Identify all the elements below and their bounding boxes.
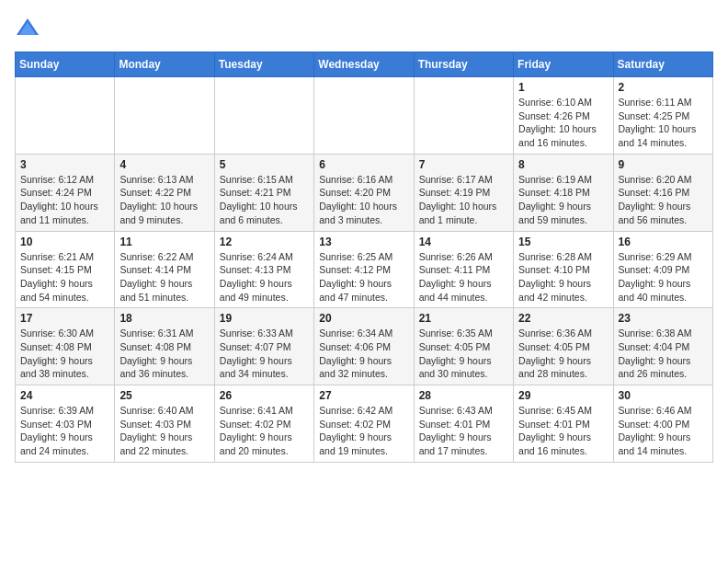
day-number: 13: [319, 236, 408, 248]
calendar-cell: 11Sunrise: 6:22 AM Sunset: 4:14 PM Dayli…: [115, 231, 214, 308]
calendar-header-row: SundayMondayTuesdayWednesdayThursdayFrid…: [16, 52, 713, 77]
calendar-week-2: 3Sunrise: 6:12 AM Sunset: 4:24 PM Daylig…: [16, 154, 713, 231]
calendar-cell: 28Sunrise: 6:43 AM Sunset: 4:01 PM Dayli…: [414, 385, 513, 463]
calendar-cell: [16, 77, 115, 155]
calendar-table: SundayMondayTuesdayWednesdayThursdayFrid…: [15, 52, 713, 463]
day-number: 22: [518, 312, 608, 325]
page-header: [15, 15, 713, 40]
day-number: 11: [119, 236, 209, 248]
calendar-cell: 21Sunrise: 6:35 AM Sunset: 4:05 PM Dayli…: [414, 308, 513, 385]
calendar-cell: 30Sunrise: 6:46 AM Sunset: 4:00 PM Dayli…: [613, 385, 712, 463]
day-number: 9: [619, 158, 708, 171]
day-info: Sunrise: 6:16 AM Sunset: 4:20 PM Dayligh…: [319, 173, 408, 227]
calendar-cell: [314, 77, 414, 155]
day-info: Sunrise: 6:13 AM Sunset: 4:22 PM Dayligh…: [119, 173, 209, 227]
day-info: Sunrise: 6:38 AM Sunset: 4:04 PM Dayligh…: [619, 327, 708, 381]
day-info: Sunrise: 6:46 AM Sunset: 4:00 PM Dayligh…: [619, 404, 708, 458]
calendar-cell: 27Sunrise: 6:42 AM Sunset: 4:02 PM Dayli…: [314, 385, 414, 463]
day-info: Sunrise: 6:22 AM Sunset: 4:14 PM Dayligh…: [119, 250, 209, 304]
calendar-cell: 22Sunrise: 6:36 AM Sunset: 4:05 PM Dayli…: [514, 308, 613, 385]
day-number: 19: [220, 312, 309, 325]
day-info: Sunrise: 6:45 AM Sunset: 4:01 PM Dayligh…: [518, 404, 608, 458]
calendar-cell: 18Sunrise: 6:31 AM Sunset: 4:08 PM Dayli…: [115, 308, 214, 385]
calendar-cell: 23Sunrise: 6:38 AM Sunset: 4:04 PM Dayli…: [613, 308, 712, 385]
calendar-cell: 24Sunrise: 6:39 AM Sunset: 4:03 PM Dayli…: [16, 385, 115, 463]
day-info: Sunrise: 6:41 AM Sunset: 4:02 PM Dayligh…: [220, 404, 309, 458]
day-number: 3: [20, 158, 109, 171]
day-info: Sunrise: 6:24 AM Sunset: 4:13 PM Dayligh…: [220, 250, 309, 304]
calendar-cell: 8Sunrise: 6:19 AM Sunset: 4:18 PM Daylig…: [514, 154, 613, 231]
day-header-tuesday: Tuesday: [214, 52, 313, 77]
day-number: 24: [20, 389, 109, 402]
day-info: Sunrise: 6:29 AM Sunset: 4:09 PM Dayligh…: [619, 250, 708, 304]
calendar-cell: 1Sunrise: 6:10 AM Sunset: 4:26 PM Daylig…: [514, 77, 613, 155]
calendar-cell: [414, 77, 513, 155]
calendar-cell: 6Sunrise: 6:16 AM Sunset: 4:20 PM Daylig…: [314, 154, 414, 231]
day-header-friday: Friday: [514, 52, 613, 77]
day-info: Sunrise: 6:36 AM Sunset: 4:05 PM Dayligh…: [518, 327, 608, 381]
day-number: 30: [619, 389, 708, 402]
day-info: Sunrise: 6:11 AM Sunset: 4:25 PM Dayligh…: [619, 96, 708, 150]
day-header-monday: Monday: [115, 52, 214, 77]
day-number: 8: [518, 158, 608, 171]
calendar-cell: 7Sunrise: 6:17 AM Sunset: 4:19 PM Daylig…: [414, 154, 513, 231]
logo: [15, 15, 44, 40]
calendar-cell: 19Sunrise: 6:33 AM Sunset: 4:07 PM Dayli…: [214, 308, 313, 385]
day-info: Sunrise: 6:40 AM Sunset: 4:03 PM Dayligh…: [119, 404, 209, 458]
day-number: 5: [220, 158, 309, 171]
day-number: 23: [619, 312, 708, 325]
calendar-cell: 12Sunrise: 6:24 AM Sunset: 4:13 PM Dayli…: [214, 231, 313, 308]
day-number: 1: [518, 81, 608, 94]
calendar-cell: 3Sunrise: 6:12 AM Sunset: 4:24 PM Daylig…: [16, 154, 115, 231]
calendar-cell: 17Sunrise: 6:30 AM Sunset: 4:08 PM Dayli…: [16, 308, 115, 385]
calendar-week-1: 1Sunrise: 6:10 AM Sunset: 4:26 PM Daylig…: [16, 77, 713, 155]
day-number: 4: [119, 158, 209, 171]
day-number: 16: [619, 236, 708, 248]
calendar-week-4: 17Sunrise: 6:30 AM Sunset: 4:08 PM Dayli…: [16, 308, 713, 385]
day-number: 29: [518, 389, 608, 402]
day-number: 17: [20, 312, 109, 325]
day-number: 6: [319, 158, 408, 171]
calendar-cell: 20Sunrise: 6:34 AM Sunset: 4:06 PM Dayli…: [314, 308, 414, 385]
day-info: Sunrise: 6:25 AM Sunset: 4:12 PM Dayligh…: [319, 250, 408, 304]
day-info: Sunrise: 6:30 AM Sunset: 4:08 PM Dayligh…: [20, 327, 109, 381]
day-info: Sunrise: 6:17 AM Sunset: 4:19 PM Dayligh…: [419, 173, 508, 227]
day-number: 18: [119, 312, 209, 325]
calendar-cell: 14Sunrise: 6:26 AM Sunset: 4:11 PM Dayli…: [414, 231, 513, 308]
calendar-cell: 29Sunrise: 6:45 AM Sunset: 4:01 PM Dayli…: [514, 385, 613, 463]
day-number: 7: [419, 158, 508, 171]
day-info: Sunrise: 6:31 AM Sunset: 4:08 PM Dayligh…: [119, 327, 209, 381]
day-number: 26: [220, 389, 309, 402]
calendar-cell: 13Sunrise: 6:25 AM Sunset: 4:12 PM Dayli…: [314, 231, 414, 308]
day-info: Sunrise: 6:42 AM Sunset: 4:02 PM Dayligh…: [319, 404, 408, 458]
day-header-saturday: Saturday: [613, 52, 712, 77]
day-info: Sunrise: 6:21 AM Sunset: 4:15 PM Dayligh…: [20, 250, 109, 304]
calendar-cell: [214, 77, 313, 155]
calendar-cell: 16Sunrise: 6:29 AM Sunset: 4:09 PM Dayli…: [613, 231, 712, 308]
calendar-cell: 2Sunrise: 6:11 AM Sunset: 4:25 PM Daylig…: [613, 77, 712, 155]
calendar-cell: 10Sunrise: 6:21 AM Sunset: 4:15 PM Dayli…: [16, 231, 115, 308]
day-number: 14: [419, 236, 508, 248]
day-info: Sunrise: 6:15 AM Sunset: 4:21 PM Dayligh…: [220, 173, 309, 227]
day-info: Sunrise: 6:10 AM Sunset: 4:26 PM Dayligh…: [518, 96, 608, 150]
day-info: Sunrise: 6:34 AM Sunset: 4:06 PM Dayligh…: [319, 327, 408, 381]
day-header-sunday: Sunday: [16, 52, 115, 77]
day-number: 28: [419, 389, 508, 402]
day-info: Sunrise: 6:33 AM Sunset: 4:07 PM Dayligh…: [220, 327, 309, 381]
day-number: 20: [319, 312, 408, 325]
calendar-cell: 15Sunrise: 6:28 AM Sunset: 4:10 PM Dayli…: [514, 231, 613, 308]
day-info: Sunrise: 6:12 AM Sunset: 4:24 PM Dayligh…: [20, 173, 109, 227]
calendar-cell: 25Sunrise: 6:40 AM Sunset: 4:03 PM Dayli…: [115, 385, 214, 463]
day-info: Sunrise: 6:28 AM Sunset: 4:10 PM Dayligh…: [518, 250, 608, 304]
day-number: 27: [319, 389, 408, 402]
day-info: Sunrise: 6:43 AM Sunset: 4:01 PM Dayligh…: [419, 404, 508, 458]
day-number: 12: [220, 236, 309, 248]
calendar-cell: 9Sunrise: 6:20 AM Sunset: 4:16 PM Daylig…: [613, 154, 712, 231]
logo-icon: [15, 15, 40, 40]
calendar-cell: [115, 77, 214, 155]
day-info: Sunrise: 6:26 AM Sunset: 4:11 PM Dayligh…: [419, 250, 508, 304]
day-info: Sunrise: 6:35 AM Sunset: 4:05 PM Dayligh…: [419, 327, 508, 381]
calendar-week-3: 10Sunrise: 6:21 AM Sunset: 4:15 PM Dayli…: [16, 231, 713, 308]
day-number: 21: [419, 312, 508, 325]
day-number: 25: [119, 389, 209, 402]
